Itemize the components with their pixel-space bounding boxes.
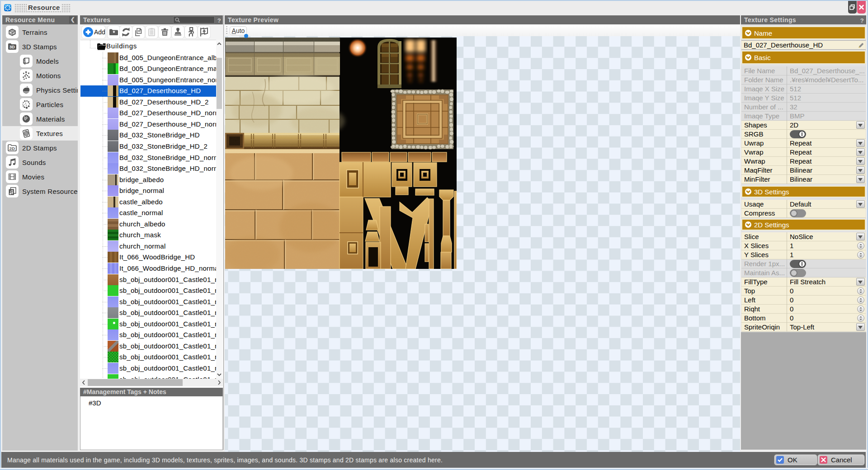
- svg-text:2D: 2D: [9, 146, 15, 151]
- svg-text:3D: 3D: [9, 44, 15, 49]
